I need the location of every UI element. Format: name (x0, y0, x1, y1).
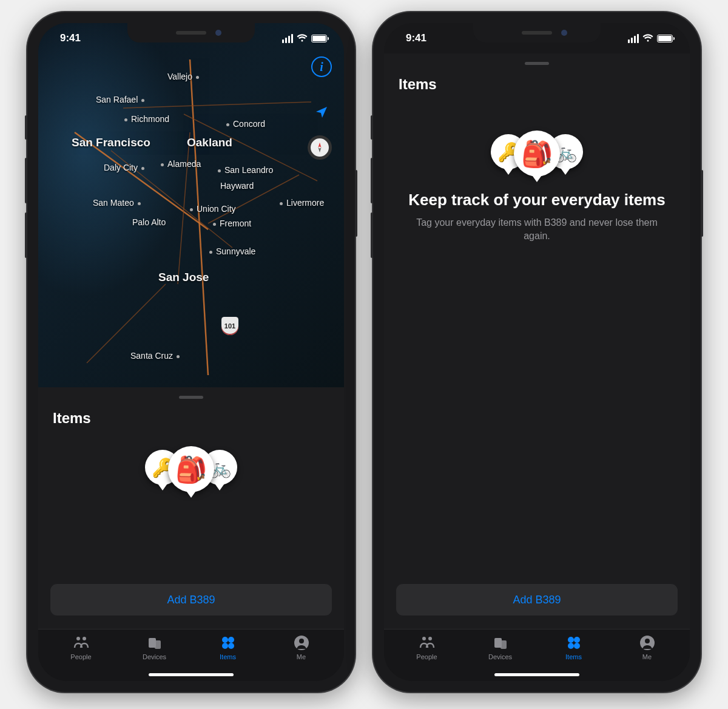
svg-point-26 (568, 643, 574, 649)
status-time: 9:41 (406, 32, 426, 44)
items-drawer[interactable]: Items 🔑 🎒 🚲 Add B389 (38, 387, 344, 629)
map-label-san-jose: San Jose (158, 271, 209, 284)
tab-label: Devices (488, 653, 512, 660)
screen-right: 9:41 Items 🔑 🎒 🚲 Keep track of your ever… (384, 23, 690, 681)
map-compass-button[interactable] (308, 135, 332, 160)
svg-point-17 (228, 643, 234, 649)
tab-label: Items (220, 653, 236, 660)
svg-point-21 (428, 637, 432, 640)
battery-icon (657, 35, 673, 42)
people-icon (419, 634, 436, 651)
tab-me[interactable]: Me (265, 634, 338, 669)
map-label-livermore: Livermore (280, 198, 324, 208)
svg-point-19 (299, 639, 304, 643)
devices-icon (146, 634, 163, 651)
map-label-daly-city: Daly City (104, 163, 144, 172)
svg-marker-9 (318, 148, 322, 152)
add-item-button[interactable]: Add B389 (396, 584, 678, 616)
map-label-hayward: Hayward (220, 181, 254, 191)
items-illustration: 🔑 🎒 🚲 (384, 100, 690, 177)
tab-label: Devices (143, 653, 166, 660)
add-item-button[interactable]: Add B389 (50, 584, 332, 616)
tab-label: Me (297, 653, 306, 660)
svg-marker-8 (318, 143, 322, 148)
map-label-san-leandro: San Leandro (218, 165, 273, 175)
svg-point-11 (83, 637, 86, 640)
map[interactable]: San Francisco Oakland San Jose Vallejo S… (38, 23, 344, 387)
notch (473, 23, 601, 42)
phone-right: 9:41 Items 🔑 🎒 🚲 Keep track of your ever… (373, 12, 701, 692)
svg-point-14 (222, 637, 228, 643)
items-illustration: 🔑 🎒 🚲 (38, 434, 344, 492)
items-icon (220, 634, 237, 651)
map-label-vallejo: Vallejo (167, 72, 199, 81)
tab-people[interactable]: People (390, 634, 463, 669)
cellular-icon (628, 34, 639, 43)
map-label-san-mateo: San Mateo (93, 198, 141, 208)
people-icon (73, 634, 90, 651)
backpack-pin-icon: 🎒 (514, 131, 560, 177)
home-indicator[interactable] (149, 673, 234, 676)
drawer-drag-handle[interactable] (525, 62, 549, 65)
tab-label: People (70, 653, 91, 660)
backpack-pin-icon: 🎒 (168, 446, 214, 492)
svg-point-24 (568, 637, 574, 643)
location-arrow-icon (314, 105, 329, 120)
map-locate-button[interactable] (311, 102, 332, 123)
map-label-oakland: Oakland (187, 136, 232, 149)
screen-left: 9:41 San Francisco Oakland San Jose (38, 23, 344, 681)
svg-point-16 (222, 643, 228, 649)
items-icon (565, 634, 582, 651)
route-101-shield: 101 (221, 317, 238, 335)
items-drawer-expanded[interactable]: Items 🔑 🎒 🚲 Keep track of your everyday … (384, 53, 690, 629)
map-label-san-rafael: San Rafael (96, 95, 144, 104)
map-label-palo-alto: Palo Alto (132, 217, 166, 227)
map-label-santa-cruz: Santa Cruz (130, 351, 180, 361)
compass-icon (314, 141, 326, 154)
svg-rect-23 (500, 640, 507, 649)
map-label-concord: Concord (226, 119, 265, 129)
map-label-fremont: Fremont (213, 219, 251, 228)
svg-point-10 (76, 637, 80, 640)
svg-point-27 (574, 643, 580, 649)
tab-devices[interactable]: Devices (118, 634, 191, 669)
drawer-title: Items (384, 72, 690, 100)
tab-devices[interactable]: Devices (463, 634, 537, 669)
notch (127, 23, 255, 42)
svg-point-25 (574, 637, 580, 643)
tab-me[interactable]: Me (610, 634, 684, 669)
tab-label: Items (565, 653, 582, 660)
tab-items[interactable]: Items (191, 634, 265, 669)
map-label-union-city: Union City (190, 204, 236, 214)
status-icons (628, 34, 673, 43)
phone-left: 9:41 San Francisco Oakland San Jose (27, 12, 355, 692)
tab-label: People (416, 653, 437, 660)
svg-point-29 (645, 639, 650, 643)
svg-point-15 (228, 637, 234, 643)
map-label-san-francisco: San Francisco (72, 136, 150, 149)
svg-rect-13 (155, 640, 161, 649)
map-label-sunnyvale: Sunnyvale (209, 246, 255, 256)
me-icon (293, 634, 310, 651)
map-label-richmond: Richmond (124, 114, 169, 124)
wifi-icon (642, 34, 653, 42)
hero-subtitle: Tag your everyday items with B389 and ne… (384, 216, 690, 243)
devices-icon (492, 634, 509, 651)
map-info-button[interactable]: i (311, 56, 332, 77)
me-icon (639, 634, 656, 651)
tab-label: Me (642, 653, 652, 660)
home-indicator[interactable] (494, 673, 579, 676)
svg-point-20 (422, 637, 426, 640)
map-label-alameda: Alameda (161, 159, 201, 169)
drawer-title: Items (38, 406, 344, 434)
tab-items[interactable]: Items (537, 634, 610, 669)
svg-line-2 (123, 102, 311, 108)
drawer-drag-handle[interactable] (179, 396, 203, 399)
hero-title: Keep track of your everyday items (384, 177, 690, 216)
tab-people[interactable]: People (44, 634, 118, 669)
